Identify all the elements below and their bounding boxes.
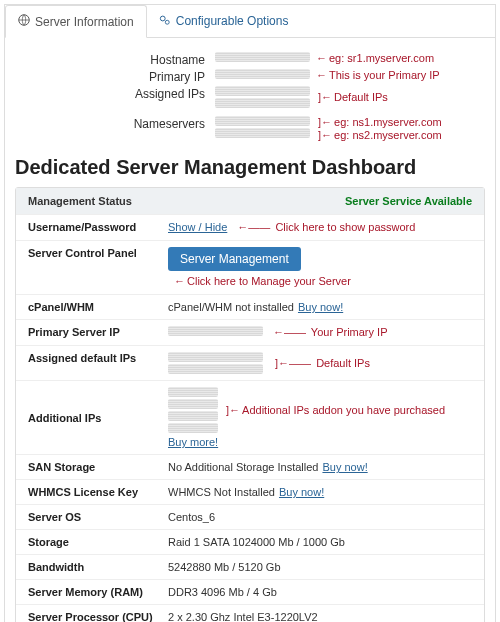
row-label: cPanel/WHM [28, 301, 168, 313]
show-hide-link[interactable]: Show / Hide [168, 221, 227, 233]
redacted-value [168, 326, 263, 336]
row-value: Centos_6 [168, 511, 215, 523]
buy-now-link[interactable]: Buy now! [298, 301, 343, 313]
row-assigned-default-ips: Assigned default IPs ]←―― Default IPs [16, 345, 484, 380]
row-value: Raid 1 SATA 1024000 Mb / 1000 Gb [168, 536, 345, 548]
redacted-value [168, 352, 263, 362]
row-value: 2 x 2.30 Ghz Intel E3-1220LV2 [168, 611, 318, 622]
buy-now-link[interactable]: Buy now! [322, 461, 367, 473]
svg-point-1 [160, 16, 165, 21]
row-label: Primary Server IP [28, 326, 168, 338]
row-label: Bandwidth [28, 561, 168, 573]
arrow-left-icon: ←―― [237, 221, 270, 233]
row-whmcs-license: WHMCS License Key WHMCS Not Installed Bu… [16, 479, 484, 504]
field-nameservers: Nameservers ]←eg: ns1.myserver.com ]←eg:… [15, 116, 485, 142]
arrow-left-icon: ← [174, 275, 185, 287]
row-server-os: Server OS Centos_6 [16, 504, 484, 529]
server-management-button[interactable]: Server Management [168, 247, 301, 271]
annotation: ]←eg: ns1.myserver.com ]←eg: ns2.myserve… [316, 116, 442, 142]
field-primary-ip: Primary IP ←This is your Primary IP [15, 69, 485, 84]
annotation: ←Click here to Manage your Server [174, 275, 351, 288]
row-text: cPanel/WHM not installed [168, 301, 294, 313]
buy-now-link[interactable]: Buy now! [279, 486, 324, 498]
management-panel: Management Status Server Service Availab… [15, 187, 485, 622]
annotation: ]←―― Default IPs [273, 357, 370, 370]
redacted-value [215, 86, 310, 96]
arrow-left-icon: ← [316, 52, 327, 64]
page-title: Dedicated Server Management Dashboard [15, 156, 485, 179]
annotation: ]←Default IPs [316, 91, 388, 104]
buy-more-link[interactable]: Buy more! [168, 436, 218, 448]
panel-header: Management Status Server Service Availab… [16, 188, 484, 214]
row-san-storage: SAN Storage No Additional Storage Instal… [16, 454, 484, 479]
svg-point-2 [165, 20, 169, 24]
field-label: Hostname [15, 52, 215, 67]
row-bandwidth: Bandwidth 5242880 Mb / 5120 Gb [16, 554, 484, 579]
annotation: ←This is your Primary IP [316, 69, 440, 82]
arrow-left-icon: ←―― [273, 326, 306, 338]
redacted-value [215, 128, 310, 138]
row-primary-server-ip: Primary Server IP ←―― Your Primary IP [16, 319, 484, 345]
row-additional-ips: Additional IPs ]←Additional IPs addon yo… [16, 380, 484, 454]
arrow-left-icon: ← [316, 69, 327, 81]
redacted-value [215, 69, 310, 79]
arrow-left-icon: ← [321, 91, 332, 103]
row-server-control-panel: Server Control Panel Server Management ←… [16, 240, 484, 294]
row-storage: Storage Raid 1 SATA 1024000 Mb / 1000 Gb [16, 529, 484, 554]
annotation: ←―― Your Primary IP [273, 326, 387, 339]
row-label: Assigned default IPs [28, 352, 168, 364]
row-label: Username/Password [28, 221, 168, 233]
globe-icon [18, 14, 30, 29]
field-label: Assigned IPs [15, 86, 215, 101]
redacted-value [168, 387, 218, 397]
tab-server-information[interactable]: Server Information [5, 5, 147, 38]
row-server-memory: Server Memory (RAM) DDR3 4096 Mb / 4 Gb [16, 579, 484, 604]
annotation: ←eg: sr1.myserver.com [316, 52, 434, 65]
tab-label: Server Information [35, 15, 134, 29]
row-label: Server OS [28, 511, 168, 523]
header-management-status: Management Status [28, 195, 345, 207]
server-info-panel: Server Information Configurable Options … [4, 4, 496, 622]
cogs-icon [159, 14, 171, 29]
redacted-value [168, 399, 218, 409]
redacted-value [168, 364, 263, 374]
annotation: ]←Additional IPs addon you have purchase… [224, 404, 445, 417]
row-cpanel-whm: cPanel/WHM cPanel/WHM not installed Buy … [16, 294, 484, 319]
row-value: 5242880 Mb / 5120 Gb [168, 561, 281, 573]
row-server-processor: Server Processor (CPU) 2 x 2.30 Ghz Inte… [16, 604, 484, 622]
arrow-left-icon: ← [229, 404, 240, 416]
header-service-available: Server Service Available [345, 195, 472, 207]
summary-fields: Hostname ←eg: sr1.myserver.com Primary I… [15, 52, 485, 142]
annotation: ←―― Click here to show password [237, 221, 415, 234]
row-label: SAN Storage [28, 461, 168, 473]
panel-rows: Username/Password Show / Hide ←―― Click … [16, 214, 484, 622]
arrow-left-icon: ← [321, 129, 332, 141]
redacted-value [168, 423, 218, 433]
tab-label: Configurable Options [176, 14, 289, 28]
tab-configurable-options[interactable]: Configurable Options [147, 5, 301, 37]
arrow-left-icon: ← [321, 116, 332, 128]
field-label: Primary IP [15, 69, 215, 84]
row-label: Server Control Panel [28, 247, 168, 259]
field-assigned-ips: Assigned IPs ]←Default IPs [15, 86, 485, 108]
redacted-value [215, 52, 310, 62]
field-hostname: Hostname ←eg: sr1.myserver.com [15, 52, 485, 67]
row-username-password: Username/Password Show / Hide ←―― Click … [16, 214, 484, 240]
row-label: Additional IPs [28, 412, 168, 424]
row-label: Server Processor (CPU) [28, 611, 168, 622]
field-label: Nameservers [15, 116, 215, 131]
arrow-left-icon: ←―― [278, 357, 311, 369]
row-text: WHMCS Not Installed [168, 486, 275, 498]
row-label: Storage [28, 536, 168, 548]
redacted-value [215, 98, 310, 108]
row-label: Server Memory (RAM) [28, 586, 168, 598]
row-value: DDR3 4096 Mb / 4 Gb [168, 586, 277, 598]
redacted-value [168, 411, 218, 421]
row-label: WHMCS License Key [28, 486, 168, 498]
redacted-value [215, 116, 310, 126]
row-text: No Additional Storage Installed [168, 461, 318, 473]
tab-bar: Server Information Configurable Options [5, 5, 495, 38]
